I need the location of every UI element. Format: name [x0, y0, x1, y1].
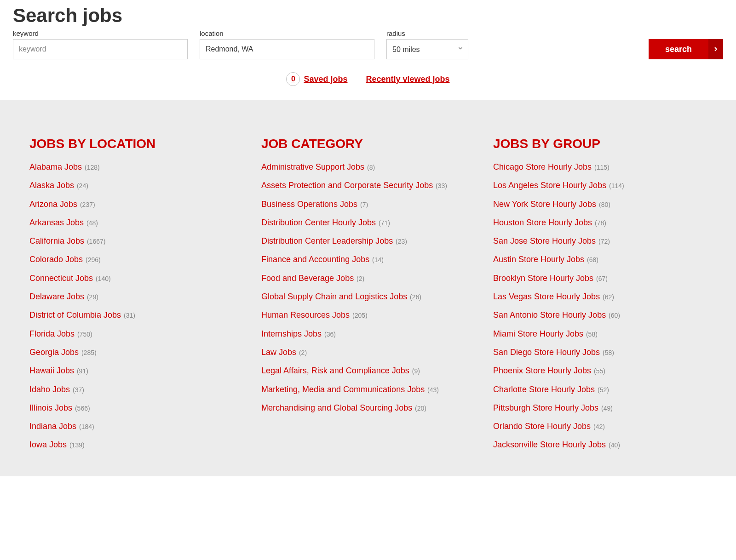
- group-item[interactable]: Orlando Store Hourly Jobs (42): [493, 421, 707, 432]
- category-item[interactable]: Law Jobs (2): [261, 347, 475, 358]
- category-item[interactable]: Global Supply Chain and Logistics Jobs (…: [261, 291, 475, 302]
- category-item[interactable]: Food and Beverage Jobs (2): [261, 273, 475, 284]
- recently-viewed-link[interactable]: Recently viewed jobs: [366, 74, 449, 84]
- group-item[interactable]: San Diego Store Hourly Jobs (58): [493, 347, 707, 358]
- job-item-label: Internships Jobs: [261, 329, 322, 338]
- job-item-count: (114): [607, 182, 624, 189]
- job-item-count: (205): [351, 312, 368, 319]
- job-item-count: (36): [322, 331, 336, 338]
- job-item-label: Austin Store Hourly Jobs: [493, 255, 584, 264]
- jobs-by-group-column: JOBS BY GROUP Chicago Store Hourly Jobs …: [493, 137, 707, 458]
- group-item[interactable]: Pittsburgh Store Hourly Jobs (49): [493, 402, 707, 413]
- job-item-label: Marketing, Media and Communications Jobs: [261, 385, 425, 394]
- category-item[interactable]: Finance and Accounting Jobs (14): [261, 254, 475, 265]
- group-item[interactable]: Houston Store Hourly Jobs (78): [493, 217, 707, 228]
- group-item[interactable]: San Antonio Store Hourly Jobs (60): [493, 309, 707, 320]
- group-item[interactable]: Phoenix Store Hourly Jobs (55): [493, 365, 707, 376]
- category-item[interactable]: Distribution Center Leadership Jobs (23): [261, 235, 475, 246]
- group-item[interactable]: Miami Store Hourly Jobs (58): [493, 328, 707, 339]
- keyword-label: keyword: [13, 29, 188, 37]
- group-item[interactable]: New York Store Hourly Jobs (80): [493, 199, 707, 210]
- job-item-count: (9): [410, 367, 420, 375]
- category-item[interactable]: Distribution Center Hourly Jobs (71): [261, 217, 475, 228]
- category-item[interactable]: Assets Protection and Corporate Security…: [261, 180, 475, 191]
- job-item-count: (7): [358, 201, 368, 208]
- location-item[interactable]: Florida Jobs (750): [29, 328, 243, 339]
- quick-links: 0 Saved jobs Recently viewed jobs: [13, 72, 723, 86]
- job-item-count: (68): [585, 256, 598, 263]
- category-item[interactable]: Legal Affairs, Risk and Compliance Jobs …: [261, 365, 475, 376]
- category-item[interactable]: Internships Jobs (36): [261, 328, 475, 339]
- location-item[interactable]: Delaware Jobs (29): [29, 291, 243, 302]
- location-item[interactable]: Indiana Jobs (184): [29, 421, 243, 432]
- location-item[interactable]: Hawaii Jobs (91): [29, 365, 243, 376]
- category-item[interactable]: Marketing, Media and Communications Jobs…: [261, 384, 475, 395]
- job-item-label: New York Store Hourly Jobs: [493, 200, 596, 209]
- job-item-label: Global Supply Chain and Logistics Jobs: [261, 292, 407, 301]
- job-item-count: (115): [592, 164, 610, 171]
- job-item-count: (58): [584, 331, 598, 338]
- job-category-heading: JOB CATEGORY: [261, 137, 475, 151]
- location-item[interactable]: Alabama Jobs (128): [29, 161, 243, 172]
- location-item[interactable]: Connecticut Jobs (140): [29, 273, 243, 284]
- job-item-label: Miami Store Hourly Jobs: [493, 329, 583, 338]
- job-item-count: (20): [413, 405, 426, 412]
- job-item-label: Arkansas Jobs: [29, 218, 84, 227]
- location-item[interactable]: Idaho Jobs (37): [29, 384, 243, 395]
- group-item[interactable]: San Jose Store Hourly Jobs (72): [493, 235, 707, 246]
- location-item[interactable]: Iowa Jobs (139): [29, 439, 243, 450]
- job-item-count: (140): [94, 275, 111, 282]
- keyword-field-group: keyword: [13, 29, 188, 59]
- location-item[interactable]: Alaska Jobs (24): [29, 180, 243, 191]
- group-item[interactable]: Austin Store Hourly Jobs (68): [493, 254, 707, 265]
- job-item-label: Connecticut Jobs: [29, 274, 93, 283]
- job-item-label: Arizona Jobs: [29, 200, 77, 209]
- job-item-count: (60): [607, 312, 620, 319]
- group-item[interactable]: Las Vegas Store Hourly Jobs (62): [493, 291, 707, 302]
- job-item-label: Chicago Store Hourly Jobs: [493, 162, 592, 171]
- job-item-label: San Diego Store Hourly Jobs: [493, 348, 600, 357]
- job-item-count: (184): [77, 423, 94, 430]
- job-item-label: Business Operations Jobs: [261, 200, 357, 209]
- location-item[interactable]: Arizona Jobs (237): [29, 199, 243, 210]
- job-item-label: Law Jobs: [261, 348, 296, 357]
- job-item-label: Georgia Jobs: [29, 348, 79, 357]
- category-item[interactable]: Business Operations Jobs (7): [261, 199, 475, 210]
- location-item[interactable]: Georgia Jobs (285): [29, 347, 243, 358]
- category-item[interactable]: Human Resources Jobs (205): [261, 309, 475, 320]
- group-item[interactable]: Charlotte Store Hourly Jobs (52): [493, 384, 707, 395]
- job-item-count: (2): [297, 349, 307, 356]
- search-button-label: search: [649, 45, 708, 54]
- location-input[interactable]: [200, 39, 374, 59]
- location-item[interactable]: District of Columbia Jobs (31): [29, 309, 243, 320]
- job-item-count: (29): [85, 293, 98, 301]
- category-item[interactable]: Merchandising and Global Sourcing Jobs (…: [261, 402, 475, 413]
- radius-select[interactable]: 50 miles: [386, 39, 468, 59]
- job-item-count: (58): [601, 349, 614, 356]
- category-item[interactable]: Administrative Support Jobs (8): [261, 161, 475, 172]
- job-item-count: (128): [83, 164, 100, 171]
- job-item-label: Indiana Jobs: [29, 422, 76, 431]
- keyword-input[interactable]: [13, 39, 188, 59]
- group-item[interactable]: Brooklyn Store Hourly Jobs (67): [493, 273, 707, 284]
- location-item[interactable]: Arkansas Jobs (48): [29, 217, 243, 228]
- job-item-label: Jacksonville Store Hourly Jobs: [493, 440, 606, 449]
- group-item[interactable]: Jacksonville Store Hourly Jobs (40): [493, 439, 707, 450]
- saved-jobs-link[interactable]: 0 Saved jobs: [286, 72, 347, 86]
- job-item-label: Alaska Jobs: [29, 181, 74, 190]
- job-item-label: San Antonio Store Hourly Jobs: [493, 310, 606, 320]
- group-item[interactable]: Chicago Store Hourly Jobs (115): [493, 161, 707, 172]
- location-item[interactable]: California Jobs (1667): [29, 235, 243, 246]
- location-item[interactable]: Illinois Jobs (566): [29, 402, 243, 413]
- search-button[interactable]: search: [649, 39, 723, 59]
- job-item-label: Florida Jobs: [29, 329, 75, 338]
- job-item-label: Illinois Jobs: [29, 403, 72, 412]
- job-item-count: (33): [434, 182, 447, 189]
- location-item[interactable]: Colorado Jobs (296): [29, 254, 243, 265]
- job-item-count: (750): [75, 331, 92, 338]
- job-item-label: Brooklyn Store Hourly Jobs: [493, 274, 593, 283]
- job-item-label: Orlando Store Hourly Jobs: [493, 422, 591, 431]
- job-item-label: Assets Protection and Corporate Security…: [261, 181, 433, 190]
- group-item[interactable]: Los Angeles Store Hourly Jobs (114): [493, 180, 707, 191]
- job-item-count: (296): [84, 256, 101, 263]
